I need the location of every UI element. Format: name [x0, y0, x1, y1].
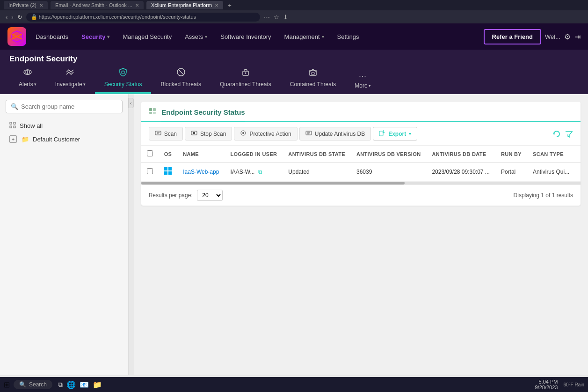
per-page-select[interactable]: 10 20 50 100: [197, 190, 223, 201]
settings-icon-btn[interactable]: ⚙: [564, 32, 571, 41]
tab-close-1[interactable]: ✕: [39, 3, 43, 8]
horizontal-scrollbar[interactable]: [141, 182, 581, 185]
endpoint-table: OS NAME LOGGED IN USER ANTIVIRUS DB STAT…: [141, 146, 581, 182]
row-run-by-cell: Portal: [495, 163, 527, 182]
sidebar-area: 🔍 Show all + 📁 Default Customer: [0, 94, 134, 375]
content-area: Endpoint Security Status Scan: [134, 94, 588, 375]
collapse-sidebar-btn[interactable]: ‹: [128, 98, 134, 108]
tab-close-2[interactable]: ✕: [135, 3, 139, 8]
subnav-alerts[interactable]: Alerts ▾: [9, 64, 46, 94]
sub-nav: Alerts ▾ Investigate ▾: [0, 64, 588, 94]
col-av-db-version: ANTIVIRUS DB VERSION: [351, 146, 426, 163]
svg-line-9: [178, 69, 184, 75]
stop-scan-btn[interactable]: Stop Scan: [185, 127, 232, 141]
results-info: Displaying 1 of 1 results: [514, 192, 573, 199]
page-title: Endpoint Security: [9, 54, 77, 64]
investigate-label: Investigate ▾: [55, 81, 86, 88]
blocked-threats-icon: [176, 67, 186, 79]
favorites-btn[interactable]: ☆: [274, 14, 279, 21]
more-dots-icon: ···: [359, 72, 366, 81]
expand-icon[interactable]: +: [9, 135, 17, 143]
subnav-security-status[interactable]: Security Status: [95, 64, 152, 94]
logout-btn[interactable]: ⇥: [574, 32, 581, 41]
copy-icon[interactable]: ⧉: [258, 169, 262, 175]
refresh-browser-btn[interactable]: ↻: [17, 14, 22, 21]
svg-rect-16: [10, 126, 12, 128]
filter-btn[interactable]: [565, 130, 573, 138]
nav-management[interactable]: Management ▾: [279, 30, 330, 43]
export-btn[interactable]: Export ▾: [373, 127, 417, 141]
row-av-db-version-cell: 36039: [351, 163, 426, 182]
browser-tab-2[interactable]: Email - Andrew Smith - Outlook ... ✕: [51, 1, 144, 9]
toolbar: Scan Stop Scan: [141, 122, 581, 146]
row-checkbox[interactable]: [147, 168, 153, 174]
browser-tab-1[interactable]: InPrivate (2) ✕: [4, 1, 48, 9]
nav-software-inventory-label: Software Inventory: [220, 33, 271, 40]
address-bar[interactable]: 🔒 https://openedir.platform.xclium.com/s…: [26, 13, 260, 22]
nav-user: Wel...: [545, 33, 560, 40]
sidebar-search-box[interactable]: 🔍: [6, 100, 123, 113]
nav-right: Refer a Friend Wel... ⚙ ⇥: [484, 29, 581, 44]
content-panel: Endpoint Security Status Scan: [141, 102, 581, 206]
svg-rect-26: [193, 132, 195, 134]
tab-close-3[interactable]: ✕: [215, 3, 218, 8]
nav-settings[interactable]: Settings: [332, 30, 365, 43]
refresh-btn[interactable]: [552, 130, 561, 138]
nav-assets[interactable]: Assets ▾: [179, 30, 213, 43]
per-page-controls: Results per page: 10 20 50 100: [149, 190, 223, 201]
main-layout: 🔍 Show all + 📁 Default Customer: [0, 94, 588, 375]
update-antivirus-btn[interactable]: Update Antivirus DB: [299, 127, 371, 141]
row-av-db-state-cell: Updated: [283, 163, 351, 182]
nav-settings-label: Settings: [337, 33, 359, 40]
extensions-btn[interactable]: ⋯: [264, 14, 270, 21]
update-icon: [305, 130, 312, 138]
nav-managed-security[interactable]: Managed Security: [117, 30, 177, 43]
nav-software-inventory[interactable]: Software Inventory: [215, 30, 276, 43]
top-nav: Dashboards Security ▾ Managed Security A…: [0, 23, 588, 50]
more-label: More ▾: [355, 82, 370, 89]
stop-scan-icon: [191, 130, 197, 138]
windows-icon: [164, 168, 172, 176]
col-name: NAME: [177, 146, 225, 163]
scan-btn[interactable]: Scan: [149, 127, 183, 141]
browser-chrome: InPrivate (2) ✕ Email - Andrew Smith - O…: [0, 0, 588, 10]
nav-security-label: Security: [81, 33, 105, 40]
svg-point-28: [242, 132, 244, 134]
nav-dashboards[interactable]: Dashboards: [30, 30, 74, 43]
back-btn[interactable]: ‹: [6, 14, 7, 21]
subnav-blocked-threats[interactable]: Blocked Threats: [151, 64, 211, 94]
sidebar-default-customer[interactable]: + 📁 Default Customer: [6, 133, 123, 146]
svg-point-11: [245, 73, 246, 74]
contained-threats-label: Contained Threats: [290, 81, 336, 88]
col-checkbox: [141, 146, 159, 163]
scroll-thumb[interactable]: [141, 182, 405, 185]
subnav-contained-threats[interactable]: Contained Threats: [281, 64, 346, 94]
security-status-icon: [118, 67, 128, 79]
sidebar-show-all[interactable]: Show all: [6, 119, 123, 133]
search-input[interactable]: [21, 103, 117, 110]
browser-tab-3[interactable]: Xclium Enterprise Platform ✕: [146, 1, 223, 9]
row-checkbox-cell: [141, 163, 159, 182]
svg-rect-13: [312, 73, 314, 74]
downloads-btn[interactable]: ⬇: [283, 14, 288, 21]
select-all-checkbox[interactable]: [147, 150, 153, 156]
default-customer-label: Default Customer: [33, 136, 80, 143]
investigate-icon: [65, 67, 75, 79]
stop-scan-label: Stop Scan: [200, 131, 226, 137]
subnav-more[interactable]: ··· More ▾: [345, 68, 380, 94]
show-all-icon: [9, 122, 16, 130]
refer-btn[interactable]: Refer a Friend: [484, 29, 541, 44]
subnav-quarantined-threats[interactable]: Quarantined Threats: [211, 64, 281, 94]
quarantined-threats-label: Quarantined Threats: [220, 81, 271, 88]
svg-rect-38: [168, 171, 172, 175]
scan-icon: [155, 130, 161, 138]
device-link[interactable]: IaaS-Web-app: [183, 169, 219, 175]
protective-action-btn[interactable]: Protective Action: [234, 127, 297, 141]
subnav-investigate[interactable]: Investigate ▾: [46, 64, 95, 94]
svg-rect-17: [14, 126, 15, 128]
browser-address-bar: ‹ › ↻ 🔒 https://openedir.platform.xclium…: [0, 10, 588, 23]
nav-security[interactable]: Security ▾: [76, 30, 115, 43]
svg-rect-19: [153, 108, 156, 111]
new-tab-btn[interactable]: +: [228, 2, 232, 9]
forward-btn[interactable]: ›: [11, 14, 13, 21]
